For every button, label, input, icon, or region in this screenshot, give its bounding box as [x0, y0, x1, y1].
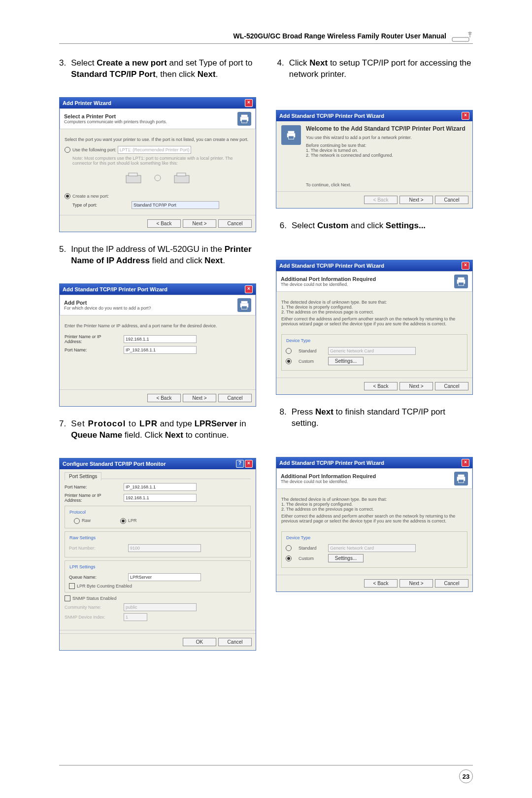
- svg-rect-17: [289, 136, 294, 139]
- tab-port-settings[interactable]: Port Settings: [65, 472, 101, 481]
- svg-rect-18: [458, 278, 465, 280]
- cancel-button[interactable]: Cancel: [435, 579, 468, 588]
- printer-icon: [281, 125, 301, 145]
- screenshot-additional-port-info-6: Add Standard TCP/IP Printer Port Wizard×…: [276, 260, 473, 395]
- help-icon[interactable]: ?: [236, 460, 244, 468]
- printer-ip-input[interactable]: 192.168.1.1: [124, 335, 197, 343]
- port-name-input[interactable]: IP_192.168.1.1: [124, 483, 197, 491]
- radio-raw[interactable]: [74, 518, 80, 524]
- cancel-button[interactable]: Cancel: [435, 196, 468, 204]
- svg-rect-0: [452, 37, 469, 41]
- radio-use-port[interactable]: [65, 147, 70, 153]
- close-icon[interactable]: ×: [462, 262, 469, 270]
- settings-button[interactable]: Settings...: [328, 554, 364, 562]
- printer-icon: [454, 472, 468, 486]
- checkbox-lpr-byte-counting[interactable]: [69, 583, 75, 589]
- window-title: Add Standard TCP/IP Printer Port Wizard: [279, 460, 384, 466]
- step-3: 3. Select Create a new port and set Type…: [59, 58, 256, 92]
- window-title: Configure Standard TCP/IP Port Monitor: [63, 461, 166, 467]
- screenshot-add-printer-wizard: Add Printer Wizard× Select a Printer Por…: [59, 97, 256, 232]
- step-6: 6. Select Custom and click Settings...: [276, 220, 473, 255]
- printer-icon: [454, 275, 468, 288]
- svg-rect-6: [242, 120, 247, 123]
- next-button[interactable]: Next >: [399, 382, 433, 390]
- svg-rect-15: [288, 131, 295, 134]
- settings-button[interactable]: Settings...: [328, 357, 364, 365]
- cancel-button[interactable]: Cancel: [435, 382, 468, 390]
- svg-rect-12: [241, 301, 248, 304]
- svg-rect-7: [126, 175, 141, 183]
- next-button[interactable]: Next >: [183, 394, 216, 402]
- svg-point-9: [155, 175, 161, 181]
- radio-custom[interactable]: [286, 358, 292, 364]
- printer-ip-input[interactable]: 192.168.1.1: [124, 494, 197, 502]
- header-title: WL-520GU/GC Broad Range Wireless Family …: [233, 32, 446, 40]
- cancel-button[interactable]: Cancel: [218, 638, 252, 646]
- back-button[interactable]: < Back: [147, 219, 181, 228]
- next-button[interactable]: Next >: [399, 196, 433, 204]
- step-7: 7. Set Protocol to LPR and type LPRServe…: [59, 418, 256, 453]
- page-number: 23: [459, 769, 473, 783]
- window-title: Add Standard TCP/IP Printer Port Wizard: [279, 263, 384, 269]
- radio-standard[interactable]: [286, 545, 292, 551]
- back-button[interactable]: < Back: [364, 382, 398, 390]
- close-icon[interactable]: ×: [245, 99, 253, 107]
- svg-rect-8: [129, 173, 137, 176]
- svg-rect-10: [174, 175, 189, 183]
- window-title: Add Standard TCP/IP Printer Port Wizard: [279, 113, 384, 119]
- close-icon[interactable]: ×: [245, 285, 253, 293]
- svg-rect-11: [177, 173, 186, 176]
- back-button[interactable]: < Back: [364, 579, 398, 588]
- radio-lpr[interactable]: [120, 518, 126, 524]
- port-name-input[interactable]: IP_192.168.1.1: [124, 346, 197, 354]
- footer-divider: [59, 765, 473, 765]
- cancel-button[interactable]: Cancel: [218, 219, 252, 228]
- ok-button[interactable]: OK: [183, 638, 216, 646]
- screenshot-additional-port-info-8: Add Standard TCP/IP Printer Port Wizard×…: [276, 457, 473, 592]
- radio-custom[interactable]: [286, 555, 292, 561]
- svg-rect-4: [241, 115, 248, 117]
- next-button[interactable]: Next >: [399, 579, 433, 588]
- screenshot-configure-port-monitor: Configure Standard TCP/IP Port Monitor?×…: [59, 458, 256, 651]
- cancel-button[interactable]: Cancel: [218, 394, 252, 402]
- router-icon: [451, 30, 473, 42]
- queue-name-input[interactable]: LPRServer: [128, 573, 201, 581]
- svg-rect-20: [459, 282, 464, 285]
- screenshot-tcpip-welcome: Add Standard TCP/IP Printer Port Wizard×…: [276, 110, 473, 208]
- back-button: < Back: [364, 196, 398, 204]
- printer-icon: [237, 298, 251, 312]
- next-button[interactable]: Next >: [183, 219, 216, 228]
- step-5: 5. Input the IP address of WL-520GU in t…: [59, 244, 256, 278]
- back-button[interactable]: < Back: [147, 394, 181, 402]
- checkbox-snmp[interactable]: [65, 595, 70, 601]
- step-8: 8. Press Next to finish standard TCP/IP …: [276, 407, 473, 441]
- port-connectors-illustration: [65, 166, 251, 190]
- radio-create-port[interactable]: [65, 193, 70, 199]
- type-of-port-select[interactable]: Standard TCP/IP Port: [132, 201, 219, 209]
- close-icon[interactable]: ×: [245, 460, 253, 468]
- screenshot-add-port: Add Standard TCP/IP Printer Port Wizard×…: [59, 283, 256, 407]
- svg-rect-23: [459, 480, 464, 483]
- printer-icon: [237, 112, 251, 126]
- step-4: 4. Click Next to setup TCP/IP port for a…: [276, 58, 473, 92]
- svg-rect-21: [458, 475, 465, 477]
- radio-standard[interactable]: [286, 348, 292, 354]
- close-icon[interactable]: ×: [462, 112, 469, 120]
- window-title: Add Printer Wizard: [63, 100, 111, 106]
- svg-rect-14: [242, 306, 247, 309]
- close-icon[interactable]: ×: [462, 459, 469, 467]
- window-title: Add Standard TCP/IP Printer Port Wizard: [63, 286, 167, 292]
